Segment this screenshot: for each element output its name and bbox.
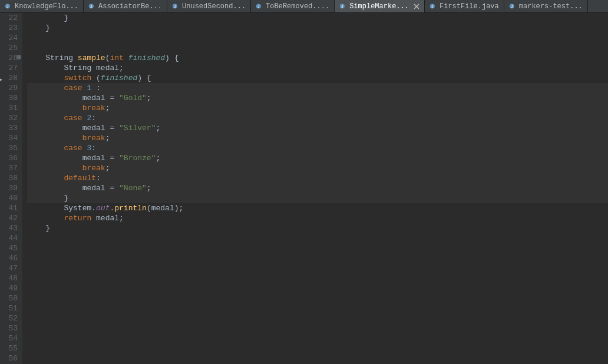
gutter-line[interactable]: 41 — [0, 203, 18, 213]
tab-4[interactable]: JSimpleMarke... — [335, 0, 425, 12]
code-line[interactable]: break; — [27, 133, 608, 143]
gutter-line[interactable]: 55 — [0, 343, 18, 353]
tab-0[interactable]: JKnowledgeFlo... — [0, 0, 84, 12]
code-line[interactable] — [27, 303, 608, 313]
editor-area[interactable]: 22232425262728▶2930313233343536373839404… — [0, 13, 608, 364]
gutter-line[interactable]: 22 — [0, 13, 18, 23]
tab-5[interactable]: JFirstFile.java — [425, 0, 504, 12]
gutter-line[interactable]: 56 — [0, 353, 18, 363]
gutter-line[interactable]: 51 — [0, 303, 18, 313]
gutter-line[interactable]: 26 — [0, 53, 18, 63]
gutter-line[interactable]: 35 — [0, 143, 18, 153]
gutter-line[interactable]: 27 — [0, 63, 18, 73]
code-line[interactable] — [27, 43, 608, 53]
token-kw: break — [82, 104, 105, 112]
code-line[interactable]: } — [27, 193, 608, 203]
token-punct — [27, 184, 82, 193]
code-line[interactable]: medal = "None"; — [27, 183, 608, 193]
close-icon[interactable] — [414, 4, 419, 9]
token-sys: System — [64, 204, 91, 213]
code-line[interactable] — [27, 353, 608, 363]
code-line[interactable]: } — [27, 23, 608, 33]
code-line[interactable] — [27, 343, 608, 353]
code-line[interactable] — [27, 263, 608, 273]
code-line[interactable]: case 3: — [27, 143, 608, 153]
code-line[interactable] — [27, 293, 608, 303]
code-line[interactable]: case 1 : — [27, 83, 608, 93]
gutter-line[interactable]: 40 — [0, 193, 18, 203]
code-line[interactable] — [27, 243, 608, 253]
gutter-line[interactable]: 29 — [0, 83, 18, 93]
gutter-line[interactable]: 39 — [0, 183, 18, 193]
token-kw: case — [64, 114, 87, 123]
gutter-line[interactable]: 36 — [0, 153, 18, 163]
gutter-line[interactable]: 49 — [0, 283, 18, 293]
tab-label: UnusedSecond... — [182, 2, 246, 11]
code-line[interactable] — [27, 313, 608, 323]
code-line[interactable]: case 2: — [27, 113, 608, 123]
gutter-line[interactable]: 46 — [0, 253, 18, 263]
token-punct — [27, 164, 82, 173]
token-kw: return — [64, 214, 96, 223]
gutter-line[interactable]: 50 — [0, 293, 18, 303]
gutter-line[interactable]: 34 — [0, 133, 18, 143]
tab-6[interactable]: Jmarkers-test... — [504, 0, 588, 12]
gutter-line[interactable]: 38 — [0, 173, 18, 183]
code-line[interactable] — [27, 233, 608, 243]
token-punct: ; — [105, 164, 110, 173]
code-line[interactable] — [27, 323, 608, 333]
code-line[interactable]: medal = "Gold"; — [27, 93, 608, 103]
gutter-line[interactable]: 53 — [0, 323, 18, 333]
gutter-line[interactable]: 24 — [0, 33, 18, 43]
gutter-line[interactable]: 37 — [0, 163, 18, 173]
code-line[interactable]: break; — [27, 103, 608, 113]
gutter-line[interactable]: 43 — [0, 223, 18, 233]
code-area[interactable]: } } String sample(int finished) { String… — [22, 13, 608, 364]
code-line[interactable]: medal = "Silver"; — [27, 123, 608, 133]
tab-1[interactable]: JAssociatorBe... — [84, 0, 167, 12]
gutter-line[interactable]: 48 — [0, 273, 18, 283]
gutter-line[interactable]: 28▶ — [0, 73, 18, 83]
java-file-icon: J — [172, 2, 180, 10]
gutter-line[interactable]: 31 — [0, 103, 18, 113]
token-kw: switch — [64, 74, 96, 82]
gutter-marker-icon[interactable] — [16, 55, 21, 59]
gutter-line[interactable]: 45 — [0, 243, 18, 253]
code-line[interactable]: medal = "Bronze"; — [27, 153, 608, 163]
gutter-line[interactable]: 23 — [0, 23, 18, 33]
code-line[interactable]: return medal; — [27, 213, 608, 223]
code-line[interactable]: default: — [27, 173, 608, 183]
tab-2[interactable]: JUnusedSecond... — [167, 0, 251, 12]
gutter-line[interactable]: 25 — [0, 43, 18, 53]
token-punct: ; — [105, 134, 110, 143]
gutter-line[interactable]: 30 — [0, 93, 18, 103]
token-punct: = — [110, 124, 119, 133]
gutter-line[interactable]: 42 — [0, 213, 18, 223]
token-param: finished — [128, 54, 165, 62]
gutter-line[interactable]: 44 — [0, 233, 18, 243]
code-line[interactable] — [27, 253, 608, 263]
gutter-line[interactable]: 32 — [0, 113, 18, 123]
gutter-line[interactable]: 54 — [0, 333, 18, 343]
code-line[interactable]: } — [27, 223, 608, 233]
code-line[interactable]: String medal; — [27, 63, 608, 73]
gutter-line[interactable]: 33 — [0, 123, 18, 133]
code-line[interactable]: String sample(int finished) { — [27, 53, 608, 63]
code-line[interactable] — [27, 33, 608, 43]
tab-label: markers-test... — [519, 2, 583, 11]
token-kw: default — [64, 174, 96, 183]
code-line[interactable]: switch (finished) { — [27, 73, 608, 83]
code-line[interactable] — [27, 273, 608, 283]
gutter-line[interactable]: 52 — [0, 313, 18, 323]
tab-3[interactable]: JToBeRemoved.... — [251, 0, 335, 12]
code-line[interactable]: break; — [27, 163, 608, 173]
code-line[interactable] — [27, 333, 608, 343]
code-line[interactable] — [27, 283, 608, 293]
tab-label: FirstFile.java — [440, 2, 499, 11]
code-line[interactable]: } — [27, 13, 608, 23]
gutter-line[interactable]: 47 — [0, 263, 18, 273]
code-line[interactable]: System.out.println(medal); — [27, 203, 608, 213]
token-punct: ; — [156, 154, 160, 163]
token-ident: medal — [96, 214, 119, 223]
token-punct — [27, 134, 82, 143]
